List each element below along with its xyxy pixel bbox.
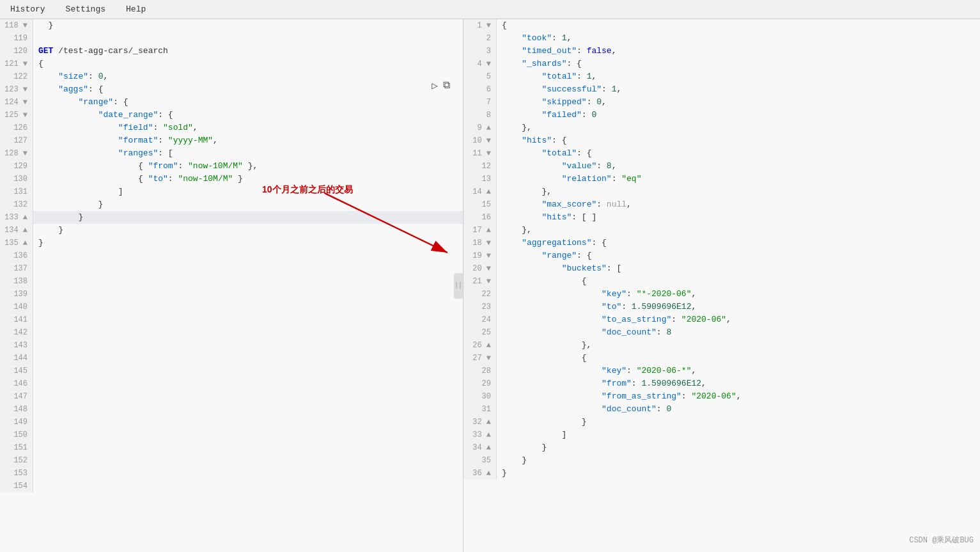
line-content: "_shards": { [497,58,980,70]
line-number: 17 ▲ [463,224,497,237]
right-code-editor[interactable]: 1 ▼{2 "took": 1,3 "timed_out": false,4 ▼… [463,19,980,552]
line-content: } [33,198,463,211]
code-line: 124 ▼ "range": { [0,96,463,109]
code-line: 122 "size": 0, [0,70,463,83]
line-number: 1 ▼ [463,19,497,32]
line-number: 12 [463,160,497,173]
line-content: "ranges": [ [33,147,463,160]
line-number: 148 [0,403,33,416]
menu-help[interactable]: Help [121,2,151,17]
line-number: 130 [0,173,33,185]
line-number: 150 [0,429,33,441]
code-line: 134 ▲ } [0,224,463,237]
code-line: 118 ▼ } [0,19,463,32]
panel-divider[interactable]: || [454,273,463,299]
line-number: 143 [0,339,33,352]
line-number: 19 ▼ [463,249,497,262]
line-content: "hits": { [497,134,980,147]
main-area: 118 ▼ }119120GET /test-agg-cars/_search1… [0,19,980,552]
code-line: 141 [0,313,463,326]
line-number: 152 [0,454,33,467]
code-line: 147 [0,390,463,403]
line-number: 5 [463,70,497,83]
line-number: 132 [0,198,33,211]
line-number: 140 [0,301,33,313]
line-number: 10 ▼ [463,134,497,147]
line-number: 129 [0,160,33,173]
code-line: 131 ] [0,185,463,198]
code-line: 143 [0,339,463,352]
menu-history[interactable]: History [5,2,51,17]
line-number: 26 ▲ [463,339,497,352]
line-number: 4 ▼ [463,58,497,70]
line-content: } [497,454,980,467]
line-number: 146 [0,377,33,390]
line-number: 144 [0,352,33,365]
line-number: 151 [0,441,33,454]
line-content: } [33,224,463,237]
line-number: 9 ▲ [463,122,497,134]
code-line: 14 ▲ }, [463,185,980,198]
code-line: 149 [0,416,463,429]
code-line: 138 [0,275,463,288]
code-line: 36 ▲} [463,467,980,480]
line-number: 121 ▼ [0,58,33,70]
code-line: 18 ▼ "aggregations": { [463,237,980,249]
code-line: 150 [0,429,463,441]
code-line: 27 ▼ { [463,352,980,365]
code-line: 23 "to": 1.5909696E12, [463,301,980,313]
left-code-editor[interactable]: 118 ▼ }119120GET /test-agg-cars/_search1… [0,19,463,552]
code-line: 12 "value": 8, [463,160,980,173]
line-content: "doc_count": 0 [497,403,980,416]
line-content: { "to": "now-10M/M" } [33,173,463,185]
code-line: 129 { "from": "now-10M/M" }, [0,160,463,173]
copy-icon[interactable]: ⧉ [443,79,450,92]
code-line: 29 "from": 1.5909696E12, [463,377,980,390]
menu-settings[interactable]: Settings [61,2,111,17]
line-number: 123 ▼ [0,83,33,96]
line-number: 30 [463,390,497,403]
line-content: "key": "*-2020-06", [497,288,980,301]
menu-bar: History Settings Help [0,0,980,19]
line-content: "hits": [ ] [497,211,980,224]
line-number: 127 [0,134,33,147]
line-number: 24 [463,313,497,326]
left-panel: 118 ▼ }119120GET /test-agg-cars/_search1… [0,19,463,552]
code-line: 1 ▼{ [463,19,980,32]
watermark: CSDN @乘风破BUG [909,535,974,546]
line-content: { [497,275,980,288]
line-number: 21 ▼ [463,275,497,288]
line-content: { [33,58,463,70]
code-line: 28 "key": "2020-06-*", [463,365,980,377]
code-line: 120GET /test-agg-cars/_search [0,45,463,58]
line-number: 118 ▼ [0,19,33,32]
line-number: 15 [463,198,497,211]
line-number: 125 ▼ [0,109,33,122]
run-icon[interactable]: ▷ [432,79,438,92]
code-line: 24 "to_as_string": "2020-06", [463,313,980,326]
line-content: ] [497,429,980,441]
line-number: 20 ▼ [463,262,497,275]
line-number: 18 ▼ [463,237,497,249]
line-content: "timed_out": false, [497,45,980,58]
code-line: 17 ▲ }, [463,224,980,237]
line-content: "doc_count": 8 [497,326,980,339]
line-content: "successful": 1, [497,83,980,96]
code-line: 130 { "to": "now-10M/M" } [0,173,463,185]
code-line: 119 [0,32,463,45]
code-line: 15 "max_score": null, [463,198,980,211]
line-content: }, [497,122,980,134]
line-number: 154 [0,480,33,493]
code-line: 139 [0,288,463,301]
code-line: 127 "format": "yyyy-MM", [0,134,463,147]
line-content: "key": "2020-06-*", [497,365,980,377]
line-number: 139 [0,288,33,301]
code-line: 32 ▲ } [463,416,980,429]
code-line: 16 "hits": [ ] [463,211,980,224]
code-line: 26 ▲ }, [463,339,980,352]
code-line: 21 ▼ { [463,275,980,288]
line-content: "size": 0, [33,70,463,83]
line-number: 8 [463,109,497,122]
code-line: 121 ▼{ [0,58,463,70]
code-line: 3 "timed_out": false, [463,45,980,58]
